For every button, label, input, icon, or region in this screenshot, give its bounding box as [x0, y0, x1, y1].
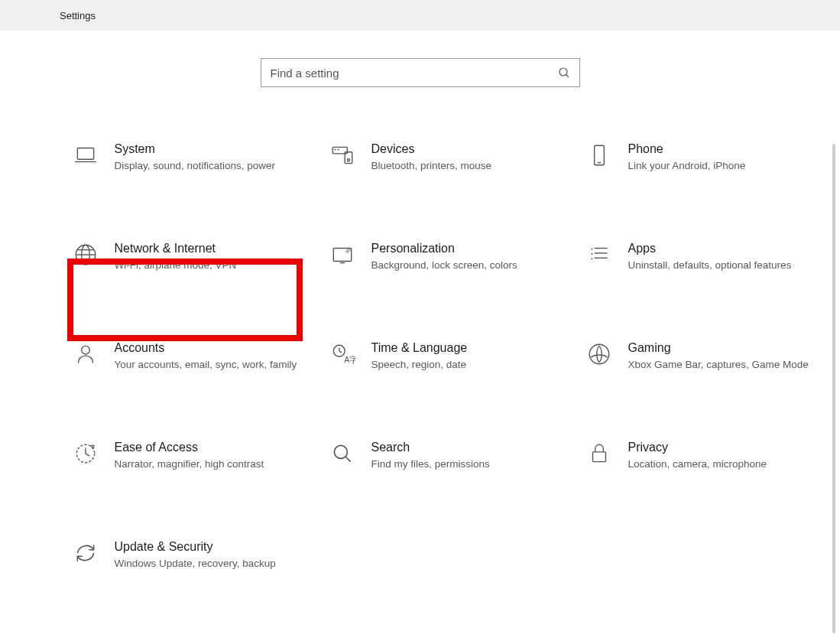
svg-line-1	[566, 75, 569, 77]
category-accounts[interactable]: Accounts Your accounts, email, sync, wor…	[67, 337, 324, 382]
window-title: Settings	[60, 10, 96, 21]
category-title: Devices	[371, 142, 558, 156]
category-title: Privacy	[628, 441, 815, 454]
category-desc: Find my files, permissions	[371, 457, 558, 472]
update-icon	[67, 540, 104, 577]
svg-point-31	[334, 445, 347, 458]
svg-line-32	[345, 457, 350, 461]
category-privacy[interactable]: Privacy Location, camera, microphone	[581, 436, 838, 482]
category-apps[interactable]: Apps Uninstall, defaults, optional featu…	[581, 237, 838, 283]
category-desc: Uninstall, defaults, optional features	[628, 259, 815, 273]
category-desc: Xbox Game Bar, captures, Game Mode	[628, 358, 815, 373]
category-desc: Bluetooth, printers, mouse	[371, 159, 558, 174]
search-category-icon	[324, 441, 361, 477]
svg-point-29	[589, 344, 609, 364]
category-desc: Background, lock screen, colors	[371, 259, 558, 273]
category-personalization[interactable]: Personalization Background, lock screen,…	[324, 237, 581, 283]
category-title: Personalization	[371, 242, 558, 255]
category-desc: Your accounts, email, sync, work, family	[115, 358, 301, 373]
category-gaming[interactable]: Gaming Xbox Game Bar, captures, Game Mod…	[581, 337, 838, 382]
category-desc: Wi-Fi, airplane mode, VPN	[115, 259, 301, 273]
category-time-language[interactable]: A字 Time & Language Speech, region, date	[324, 337, 581, 382]
category-system[interactable]: System Display, sound, notifications, po…	[67, 138, 324, 184]
svg-point-0	[559, 68, 567, 76]
search-icon	[558, 67, 570, 79]
search-input[interactable]	[271, 67, 558, 80]
apps-icon	[581, 242, 618, 278]
laptop-icon	[67, 142, 104, 179]
gaming-icon	[581, 341, 618, 378]
time-language-icon: A字	[324, 341, 361, 378]
scrollbar[interactable]	[832, 144, 835, 633]
category-grid: System Display, sound, notifications, po…	[31, 138, 810, 581]
category-title: Search	[371, 441, 558, 454]
category-title: Time & Language	[371, 341, 558, 355]
personalization-icon	[324, 242, 361, 278]
globe-icon	[67, 242, 104, 278]
category-devices[interactable]: Devices Bluetooth, printers, mouse	[324, 138, 581, 184]
svg-text:A字: A字	[344, 355, 355, 364]
category-desc: Link your Android, iPhone	[628, 159, 815, 174]
devices-icon	[324, 142, 361, 179]
category-ease-of-access[interactable]: Ease of Access Narrator, magnifier, high…	[67, 436, 324, 482]
svg-rect-33	[592, 452, 605, 462]
category-desc: Windows Update, recovery, backup	[115, 557, 301, 571]
category-title: Apps	[628, 242, 815, 255]
lock-icon	[581, 441, 618, 477]
category-title: System	[115, 142, 301, 156]
category-title: Network & Internet	[115, 242, 301, 255]
category-desc: Speech, region, date	[371, 358, 558, 373]
category-desc: Narrator, magnifier, high contrast	[115, 457, 301, 472]
titlebar: Settings	[0, 0, 840, 31]
category-title: Phone	[628, 142, 815, 156]
category-title: Update & Security	[115, 540, 301, 554]
settings-home: System Display, sound, notifications, po…	[0, 31, 840, 581]
category-title: Ease of Access	[115, 441, 301, 454]
svg-line-27	[339, 351, 341, 353]
svg-rect-2	[77, 148, 93, 159]
ease-of-access-icon	[67, 441, 104, 477]
search-box[interactable]	[261, 58, 580, 87]
category-desc: Location, camera, microphone	[628, 457, 815, 472]
phone-icon	[581, 142, 618, 179]
category-update-security[interactable]: Update & Security Windows Update, recove…	[67, 535, 324, 581]
person-icon	[67, 341, 104, 378]
svg-point-6	[347, 159, 349, 161]
category-search[interactable]: Search Find my files, permissions	[324, 436, 581, 482]
category-title: Accounts	[115, 341, 301, 355]
category-desc: Display, sound, notifications, power	[115, 159, 301, 174]
category-phone[interactable]: Phone Link your Android, iPhone	[581, 138, 838, 184]
category-title: Gaming	[628, 341, 815, 355]
category-network[interactable]: Network & Internet Wi-Fi, airplane mode,…	[67, 237, 324, 283]
svg-point-24	[81, 346, 89, 354]
